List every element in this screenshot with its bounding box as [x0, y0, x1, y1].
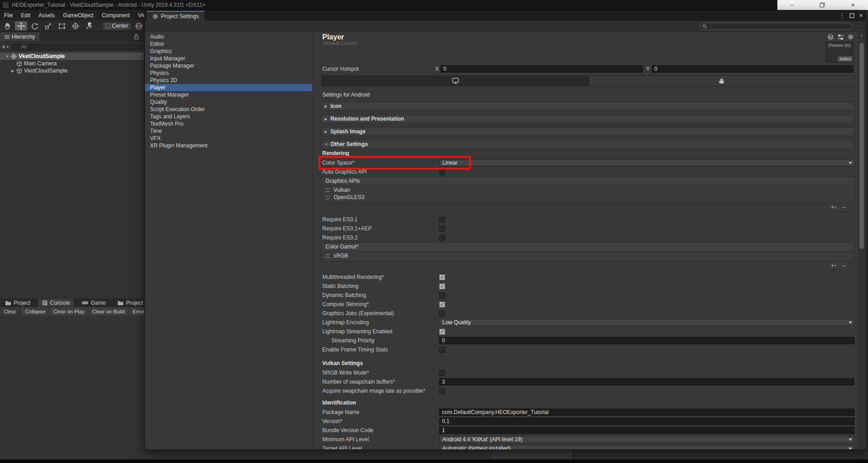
sidebar-item-graphics[interactable]: Graphics	[145, 48, 312, 55]
section-other-settings[interactable]: ▼Other Settings	[321, 140, 854, 149]
dropdown-target-api-level[interactable]: Automatic (highest installed)	[439, 445, 854, 449]
close-icon[interactable]: ×	[859, 12, 863, 19]
texture-select-button[interactable]: Select	[838, 56, 853, 62]
checkbox-enable-frame-timing-stats[interactable]	[439, 347, 445, 353]
scrollbar[interactable]: ▲	[858, 32, 865, 449]
sidebar-item-preset-manager[interactable]: Preset Manager	[145, 91, 312, 98]
console-button-collapse[interactable]: Collapse	[21, 307, 49, 316]
checkbox-require-es3-2[interactable]	[439, 235, 445, 241]
drag-handle-icon[interactable]	[325, 196, 330, 199]
sidebar-item-input-manager[interactable]: Input Manager	[145, 55, 312, 62]
presets-icon[interactable]	[838, 34, 844, 40]
hierarchy-item-vketcloudsample[interactable]: ▼VketCloudSample	[0, 53, 144, 60]
checkbox-compute-skinning[interactable]: ✓	[439, 302, 445, 307]
close-icon[interactable]: ×	[851, 0, 855, 10]
checkbox-srgb-write-mode[interactable]	[439, 370, 445, 376]
section-splash-image[interactable]: ▶Splash Image	[321, 127, 854, 136]
sidebar-item-package-manager[interactable]: Package Manager	[145, 62, 312, 69]
sidebar-item-audio[interactable]: Audio	[145, 33, 312, 40]
list-item-vulkan[interactable]: Vulkan	[322, 186, 854, 194]
menu-component[interactable]: Component	[97, 12, 134, 19]
tab-game[interactable]: Game	[78, 299, 110, 307]
section-resolution-and-presentation[interactable]: ▶Resolution and Presentation	[321, 114, 854, 123]
add-item-button[interactable]: +▼	[831, 205, 837, 210]
menu-gameobject[interactable]: GameObject	[59, 12, 97, 19]
checkbox-multithreaded-rendering[interactable]: ✓	[439, 274, 445, 280]
checkbox-graphics-jobs-experimental[interactable]	[439, 311, 445, 317]
tab-project-settings[interactable]: Project Settings	[147, 11, 204, 21]
list-item-opengles3[interactable]: OpenGLES3	[322, 194, 854, 201]
tab-hierarchy[interactable]: Hierarchy	[0, 32, 39, 41]
section-icon[interactable]: ▶Icon	[321, 102, 854, 111]
console-button-clear[interactable]: Clear	[0, 307, 20, 316]
menu-assets[interactable]: Assets	[34, 12, 59, 19]
sidebar-item-script-execution-order[interactable]: Script Execution Order	[145, 106, 312, 113]
checkbox-static-batching[interactable]: ✓	[439, 283, 445, 289]
dropdown-color-space[interactable]: Linear	[439, 159, 854, 166]
sidebar-item-physics[interactable]: Physics	[145, 69, 312, 77]
list-item-srgb[interactable]: sRGB	[322, 252, 854, 259]
tab-platform-android[interactable]	[589, 76, 854, 86]
default-cursor-texture-well[interactable]: (Texture 2D) Select	[825, 42, 853, 63]
hierarchy-item-main-camera[interactable]: Main Camera	[0, 60, 144, 67]
console-button-clear-on-build[interactable]: Clear on Build	[88, 307, 129, 316]
custom-tools-icon[interactable]	[83, 21, 95, 30]
hierarchy-search-input[interactable]	[11, 44, 142, 50]
checkbox-lightmap-streaming-enabled[interactable]: ✓	[439, 329, 445, 335]
minimize-icon[interactable]: –	[790, 0, 794, 10]
console-button-clear-on-play[interactable]: Clear on Play	[49, 307, 88, 316]
settings-search-input[interactable]	[700, 23, 852, 30]
field-number-of-swapchain-buffers[interactable]	[439, 378, 854, 385]
rect-tool-icon[interactable]	[56, 21, 68, 30]
scroll-up-icon[interactable]: ▲	[858, 33, 865, 37]
field-package-name[interactable]	[439, 409, 854, 416]
gear-icon[interactable]	[848, 34, 853, 40]
field-streaming-priority[interactable]	[439, 337, 854, 344]
maximize-icon[interactable]	[849, 13, 854, 18]
drag-handle-icon[interactable]	[325, 254, 330, 258]
checkbox-acquire-swapchain-image-late-as-possible[interactable]	[439, 388, 445, 394]
hand-tool-icon[interactable]	[1, 21, 14, 30]
menu-file[interactable]: File	[0, 12, 17, 19]
sidebar-item-quality[interactable]: Quality	[145, 98, 312, 106]
rotate-tool-icon[interactable]	[29, 21, 41, 30]
dropdown-lightmap-encoding[interactable]: Low Quality	[439, 319, 854, 326]
sidebar-item-tags-and-layers[interactable]: Tags and Layers	[145, 113, 312, 120]
globe-icon[interactable]	[133, 22, 144, 30]
sidebar-item-physics-2d[interactable]: Physics 2D	[145, 77, 312, 84]
checkbox-auto-graphics-api[interactable]	[439, 169, 445, 175]
sidebar-item-editor[interactable]: Editor	[145, 40, 312, 48]
checkbox-require-es3-1[interactable]	[439, 217, 445, 223]
field-bundle-version-code[interactable]	[439, 427, 854, 434]
add-item-button[interactable]: +▼	[831, 263, 837, 268]
checkbox-require-es3-1-aep[interactable]	[439, 226, 445, 232]
transform-tool-icon[interactable]	[69, 21, 82, 30]
kebab-menu-icon[interactable]: ⋮	[839, 12, 845, 19]
lock-icon[interactable]	[134, 34, 139, 39]
menu-edit[interactable]: Edit	[17, 12, 34, 19]
sidebar-item-xr-plugin-management[interactable]: XR Plugin Management	[145, 142, 312, 149]
sidebar-item-time[interactable]: Time	[145, 127, 312, 135]
dropdown-minimum-api-level[interactable]: Android 4.4 'KitKat' (API level 19)	[439, 436, 854, 443]
drag-handle-icon[interactable]	[325, 189, 330, 192]
sidebar-item-player[interactable]: Player	[145, 84, 312, 91]
cursor-hotspot-y-field[interactable]	[652, 65, 854, 73]
tab-console[interactable]: Console	[38, 299, 74, 307]
remove-item-button[interactable]: −	[842, 205, 845, 210]
hierarchy-item-vketcloudsample[interactable]: ▶VketCloudSample	[0, 67, 144, 74]
expand-arrow-icon[interactable]: ▶	[10, 69, 15, 73]
checkbox-dynamic-batching[interactable]	[439, 292, 445, 298]
console-button-error-pa[interactable]: Error Pa	[129, 307, 144, 316]
tab-project[interactable]: Project	[1, 299, 34, 307]
move-tool-icon[interactable]	[15, 21, 27, 30]
cursor-hotspot-x-field[interactable]	[441, 65, 643, 73]
create-object-button[interactable]: +▼	[2, 43, 9, 50]
field-version[interactable]	[439, 418, 854, 425]
tab-platform-desktop[interactable]	[322, 76, 589, 86]
help-icon[interactable]: ?	[828, 34, 834, 40]
remove-item-button[interactable]: −	[842, 263, 845, 268]
tab-project[interactable]: Project	[113, 299, 147, 307]
sidebar-item-vfx[interactable]: VFX	[145, 135, 312, 142]
pivot-mode-button[interactable]: Center	[102, 22, 131, 30]
scrollbar-thumb[interactable]	[859, 43, 864, 249]
